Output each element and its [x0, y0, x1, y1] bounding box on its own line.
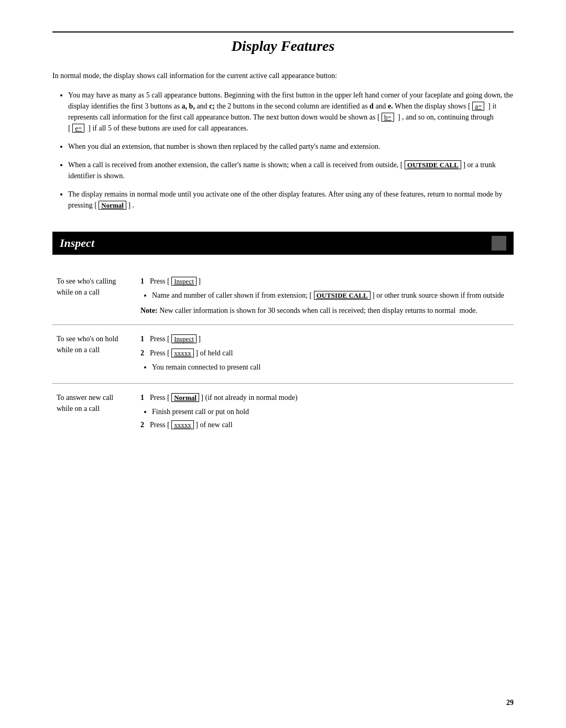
step-row: 1 Press [ Inspect ] — [140, 276, 509, 287]
list-item: You may have as many as 5 call appearanc… — [68, 90, 514, 134]
step-number: 1 — [140, 333, 150, 344]
btn-xxxxx-2: xxxxx — [171, 420, 194, 429]
step-row: 2 Press [ xxxxx ] of new call — [140, 419, 509, 430]
list-item: The display remains in normal mode until… — [68, 189, 514, 211]
step-content: Press [ xxxxx ] of held call — [150, 347, 509, 358]
step-number: 1 — [140, 392, 150, 403]
table-row: To see who's callingwhile on a call 1 Pr… — [52, 267, 514, 325]
btn-outside-call: OUTSIDE CALL — [405, 160, 461, 169]
step-content: Press [ Inspect ] — [150, 276, 509, 287]
step-row: 1 Press [ Inspect ] — [140, 333, 509, 344]
step-number: 2 — [140, 419, 150, 430]
feature-table: To see who's callingwhile on a call 1 Pr… — [52, 267, 514, 442]
page-title: Display Features — [52, 38, 514, 55]
step-number: 1 — [140, 276, 150, 287]
row-steps: 1 Press [ Inspect ] 2 Press [ xxxxx ] of… — [136, 325, 514, 384]
btn-be: b= — [382, 113, 394, 122]
step-content: Press [ Inspect ] — [150, 333, 509, 344]
note-bold: Note: — [140, 307, 158, 314]
list-item: Name and number of caller shown if from … — [152, 290, 509, 301]
section-header-inspect: Inspect — [52, 232, 514, 255]
row-description: To answer new callwhile on a call — [52, 384, 136, 442]
sub-bullet-list: Finish present call or put on hold — [152, 406, 509, 417]
title-area: Display Features — [52, 31, 514, 55]
step-content: Press [ xxxxx ] of new call — [150, 419, 509, 430]
section-title-inspect: Inspect — [60, 236, 94, 250]
btn-inspect-2: Inspect — [171, 334, 197, 343]
btn-normal: Normal — [99, 201, 126, 210]
bullet-list: You may have as many as 5 call appearanc… — [68, 90, 514, 211]
list-item: When a call is received from another ext… — [68, 159, 514, 181]
sub-bullet-list: Name and number of caller shown if from … — [152, 290, 509, 301]
step-row: 2 Press [ xxxxx ] of held call — [140, 347, 509, 358]
page: Display Features In normal mode, the dis… — [0, 0, 566, 728]
row-description: To see who's on holdwhile on a call — [52, 325, 136, 384]
note-text: Note: New caller information is shown fo… — [140, 305, 509, 316]
btn-inspect-1: Inspect — [171, 277, 197, 286]
step-row: 1 Press [ Normal ] (if not already in no… — [140, 392, 509, 403]
btn-ee: e= — [72, 124, 84, 133]
row-steps: 1 Press [ Inspect ] Name and number of c… — [136, 267, 514, 325]
list-item: When you dial an extension, that number … — [68, 141, 514, 152]
step-content: Press [ Normal ] (if not already in norm… — [150, 392, 509, 403]
row-steps: 1 Press [ Normal ] (if not already in no… — [136, 384, 514, 442]
table-row: To see who's on holdwhile on a call 1 Pr… — [52, 325, 514, 384]
btn-normal-2: Normal — [171, 393, 199, 402]
page-number: 29 — [506, 699, 514, 707]
btn-outside-call-2: OUTSIDE CALL — [314, 291, 371, 300]
intro-text: In normal mode, the display shows call i… — [52, 70, 514, 81]
list-item: Finish present call or put on hold — [152, 406, 509, 417]
table-row: To answer new callwhile on a call 1 Pres… — [52, 384, 514, 442]
section-header-square — [492, 236, 506, 251]
btn-xxxxx-1: xxxxx — [171, 349, 194, 357]
btn-ae: a= — [472, 102, 484, 111]
sub-bullet-list: You remain connected to present call — [152, 362, 509, 373]
row-description: To see who's callingwhile on a call — [52, 267, 136, 325]
step-number: 2 — [140, 347, 150, 358]
list-item: You remain connected to present call — [152, 362, 509, 373]
